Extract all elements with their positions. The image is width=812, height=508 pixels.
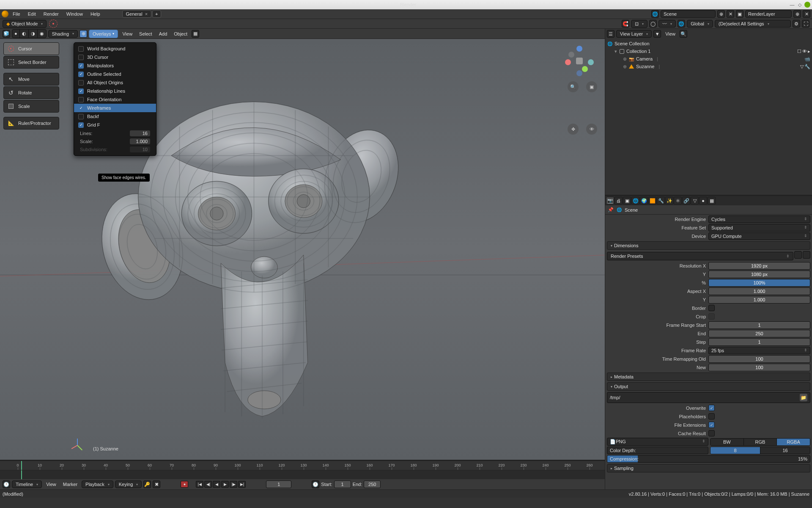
frame-step-field[interactable]: 1 [708, 338, 810, 346]
menu-render[interactable]: Render [40, 10, 62, 18]
overlays-dropdown[interactable]: Overlays [89, 30, 118, 38]
color-mode-segment[interactable]: BWRGBRGBA [710, 438, 810, 446]
camera-view-icon[interactable]: 👁 [586, 124, 597, 135]
modifier-icon[interactable]: 🔧 [804, 64, 810, 69]
select-icon[interactable]: ▸ [808, 49, 810, 54]
folder-icon[interactable]: 📁 [800, 394, 807, 401]
timeline-dropdown[interactable]: Timeline [12, 480, 42, 488]
tool-select-border[interactable]: Select Border [3, 56, 59, 69]
tool-move[interactable]: Move [3, 73, 59, 86]
render-presets-dropdown[interactable]: Render Presets [607, 252, 793, 260]
render-engine-dropdown[interactable]: Cycles [708, 215, 810, 223]
panel-output[interactable]: Output [607, 382, 810, 391]
prop-edit-icon[interactable]: ◯ [649, 20, 657, 28]
tab-physics[interactable]: ⚛ [674, 197, 682, 204]
prop-dropdown[interactable]: 〰 [658, 20, 676, 28]
tab-object[interactable]: 🟧 [648, 197, 656, 204]
display-mode-dropdown[interactable]: View Layer [616, 30, 652, 38]
cache-checkbox[interactable] [708, 430, 715, 436]
filter-icon[interactable]: ▼ [653, 30, 661, 38]
expand-icon[interactable]: ⛶ [802, 20, 809, 28]
camera-data-icon[interactable]: 📹 [804, 56, 810, 62]
frame-rate-dropdown[interactable]: 25 fps [708, 347, 810, 354]
aspect-x-field[interactable]: 1.000 [708, 287, 810, 295]
tab-output[interactable]: 🖨 [614, 197, 623, 204]
axis-z-icon[interactable] [576, 46, 582, 52]
format-dropdown[interactable]: 📄 PNG [607, 438, 708, 446]
preset-add-icon[interactable] [794, 251, 802, 259]
resolution-pct-field[interactable]: 100% [708, 279, 810, 287]
overlay-all-origins[interactable]: All Object Origins [74, 78, 156, 87]
resolution-x-field[interactable]: 1920 px [708, 262, 810, 270]
filter-icon[interactable]: ⚙ [793, 20, 800, 28]
end-frame-field[interactable]: 250 [364, 480, 381, 488]
panel-sampling[interactable]: Sampling [607, 464, 810, 472]
shading-modes[interactable]: ●◐◑◉ [12, 29, 47, 38]
close-tab-icon[interactable]: × [145, 11, 148, 17]
pan-icon[interactable]: ✥ [568, 124, 579, 135]
tool-scale[interactable]: Scale [3, 100, 59, 113]
resolution-y-field[interactable]: 1080 px [708, 271, 810, 278]
placeholders-checkbox[interactable] [708, 413, 715, 420]
overlay-grid-floor[interactable]: Grid F [74, 121, 156, 129]
start-frame-field[interactable]: 1 [334, 480, 351, 488]
overlay-lines-field[interactable]: Lines:16 [76, 130, 154, 137]
panel-metadata[interactable]: Metadata [607, 373, 810, 381]
feature-set-dropdown[interactable]: Supported [708, 224, 810, 232]
frame-start-field[interactable]: 1 [708, 321, 810, 329]
aspect-y-field[interactable]: 1.000 [708, 296, 810, 304]
playback-dropdown[interactable]: Playback [82, 480, 113, 488]
timeline-track[interactable] [0, 470, 605, 479]
menu-tl-marker[interactable]: Marker [60, 480, 80, 488]
tab-material[interactable]: ● [699, 197, 707, 204]
menu-select[interactable]: Select [137, 30, 155, 38]
overwrite-checkbox[interactable] [708, 405, 715, 411]
scene-del-icon[interactable]: ✕ [727, 10, 734, 18]
snap-icon[interactable]: 🧲 [622, 20, 629, 28]
collections-icon[interactable]: ▦ [192, 30, 199, 38]
menu-file[interactable]: File [9, 10, 24, 18]
overlays-toggle-icon[interactable]: ⊕ [80, 30, 87, 38]
tree-scene-collection[interactable]: Scene Collection [605, 40, 812, 47]
shading-dropdown[interactable]: Shading [48, 30, 78, 38]
axis-neg-z-icon[interactable] [576, 70, 582, 76]
menu-window[interactable]: Window [63, 10, 86, 18]
visible-icon[interactable]: 👁 [802, 49, 807, 54]
jump-end-icon[interactable]: ▶| [238, 481, 246, 488]
persp-icon[interactable]: ▣ [586, 81, 597, 92]
timeline-ruler[interactable]: 0102030405060708090100110120130140150160… [0, 461, 605, 470]
scene-add-icon[interactable]: ⊕ [717, 10, 725, 18]
autokey-icon[interactable]: ● [181, 481, 188, 488]
frame-end-field[interactable]: 250 [708, 330, 810, 337]
pivot-icon[interactable] [49, 19, 58, 28]
scene-browse-icon[interactable]: 🌐 [651, 10, 659, 18]
deselect-dropdown[interactable]: (De)select All Settings [715, 20, 791, 28]
overlay-relationship-lines[interactable]: Relationship Lines [74, 87, 156, 95]
overlay-wireframes[interactable]: Wireframes [74, 104, 156, 112]
overlay-manipulators[interactable]: Manipulators [74, 61, 156, 70]
workspace-tab[interactable]: General× [122, 10, 152, 18]
overlay-3d-cursor[interactable]: 3D Cursor [74, 53, 156, 61]
preview-range-icon[interactable]: 🕐 [312, 480, 319, 488]
mesh-data-icon[interactable]: ▽ [800, 64, 804, 69]
keyframe-del-icon[interactable]: ✖ [153, 480, 160, 488]
tab-data[interactable]: ▽ [691, 197, 699, 204]
layer-add-icon[interactable]: ⊕ [793, 10, 801, 18]
overlay-face-orientation[interactable]: Face Orientation [74, 95, 156, 104]
editor-type-icon[interactable]: 🧊 [3, 30, 10, 38]
remap-new-field[interactable]: 100 [708, 364, 810, 371]
menu-view[interactable]: View [120, 30, 135, 38]
menu-help[interactable]: Help [87, 10, 104, 18]
color-depth-segment[interactable]: 816 [710, 447, 810, 454]
snap-dropdown[interactable]: ⊡ [631, 20, 647, 28]
editor-type-icon[interactable]: 🕐 [3, 480, 10, 488]
keyframe-insert-icon[interactable]: 🔑 [143, 480, 151, 488]
orient-icon[interactable]: 🌐 [678, 20, 685, 28]
editor-type-icon[interactable]: ☰ [607, 30, 614, 38]
mode-dropdown[interactable]: ◆Object Mode [3, 20, 47, 28]
exclude-icon[interactable]: ☐ [797, 49, 801, 54]
overlay-outline-selected[interactable]: Outline Selected [74, 70, 156, 78]
tree-collection[interactable]: ▾Collection 1☐👁▸ [605, 47, 812, 55]
nav-gizmo[interactable] [562, 44, 596, 78]
layer-browse-icon[interactable]: ▣ [736, 10, 743, 18]
